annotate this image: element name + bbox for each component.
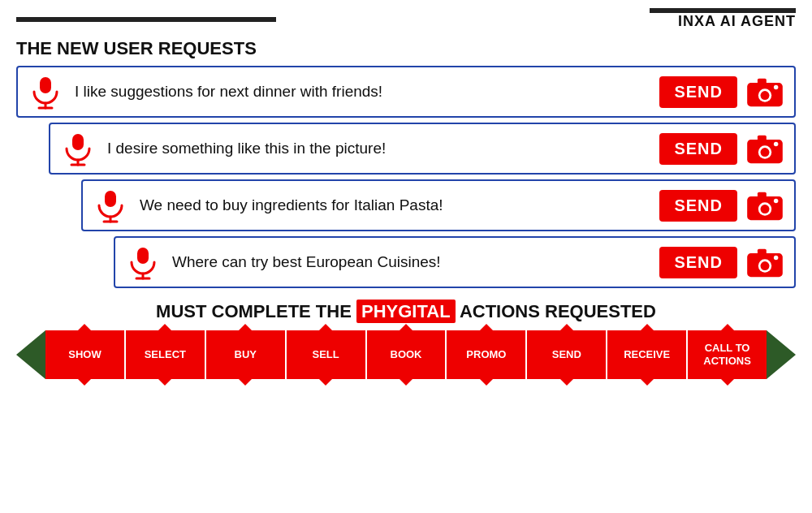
- action-item-label-1: SELECT: [145, 348, 186, 361]
- action-item-0: SHOW: [45, 330, 126, 379]
- agent-title: INXA AI AGENT: [678, 13, 796, 30]
- arrow-right-icon: [767, 330, 796, 379]
- mic-icon-1: [28, 74, 63, 110]
- request-row-wrapper-4: Where can try best European Cuisines! SE…: [0, 236, 812, 288]
- camera-icon-3: [745, 189, 784, 222]
- notch-bottom-2: [239, 379, 252, 386]
- bottom-section: MUST COMPLETE THE PHYGITAL ACTIONS REQUE…: [0, 301, 812, 379]
- phygital-suffix: ACTIONS REQUESTED: [460, 301, 656, 321]
- notch-bottom-5: [480, 379, 493, 386]
- action-item-6: SEND: [527, 330, 607, 379]
- svg-point-23: [774, 199, 778, 203]
- action-item-4: BOOK: [367, 330, 447, 379]
- request-row-4: Where can try best European Cuisines! SE…: [114, 236, 796, 288]
- action-item-2: BUY: [206, 330, 287, 379]
- notch-top-5: [480, 324, 493, 330]
- camera-icon-4: [745, 246, 784, 278]
- svg-rect-24: [137, 248, 149, 264]
- svg-point-5: [761, 91, 770, 100]
- svg-rect-14: [758, 136, 767, 141]
- request-row-3: We need to buy ingredients for Italian P…: [81, 179, 796, 231]
- action-item-label-8: CALL TO ACTIONS: [703, 342, 751, 367]
- svg-rect-22: [758, 192, 767, 198]
- notch-top-2: [239, 324, 252, 330]
- request-row-wrapper-3: We need to buy ingredients for Italian P…: [0, 179, 812, 231]
- mic-icon-4: [125, 244, 161, 280]
- notch-bottom-8: [721, 379, 734, 386]
- action-item-label-0: SHOW: [68, 348, 101, 361]
- svg-point-21: [761, 205, 770, 213]
- section-title: THE NEW USER REQUESTS: [0, 30, 812, 66]
- svg-point-7: [774, 85, 778, 89]
- action-item-7: RECEIVE: [607, 330, 688, 379]
- notch-bottom-7: [641, 379, 654, 386]
- top-bar: INXA AI AGENT: [0, 0, 812, 30]
- request-text-3: We need to buy ingredients for Italian P…: [140, 196, 646, 214]
- camera-icon-1: [745, 75, 784, 108]
- send-button-3[interactable]: SEND: [659, 190, 737, 222]
- notch-top-8: [721, 324, 734, 330]
- top-bar-line-left: [16, 17, 276, 22]
- svg-rect-8: [72, 134, 84, 150]
- send-button-2[interactable]: SEND: [659, 133, 737, 165]
- request-text-2: I desire something like this in the pict…: [107, 140, 646, 157]
- notch-top-3: [319, 324, 332, 330]
- action-item-label-3: SELL: [313, 348, 339, 361]
- notch-bottom-3: [319, 379, 332, 386]
- action-items: SHOWSELECTBUYSELLBOOKPROMOSENDRECEIVECAL…: [45, 330, 767, 379]
- send-button-1[interactable]: SEND: [659, 76, 737, 108]
- action-item-5: PROMO: [447, 330, 527, 379]
- actions-bar: SHOWSELECTBUYSELLBOOKPROMOSENDRECEIVECAL…: [0, 330, 812, 379]
- phygital-prefix: MUST COMPLETE THE: [156, 301, 352, 321]
- svg-rect-16: [105, 191, 116, 207]
- request-text-4: Where can try best European Cuisines!: [172, 253, 646, 271]
- phygital-highlight: PHYGITAL: [356, 300, 456, 323]
- notch-bottom-0: [78, 379, 91, 386]
- request-row-wrapper-2: I desire something like this in the pict…: [0, 123, 812, 175]
- svg-rect-0: [40, 77, 51, 93]
- top-right-area: INXA AI AGENT: [650, 8, 796, 30]
- request-text-1: I like suggestions for next dinner with …: [75, 83, 646, 101]
- notch-top-4: [400, 324, 412, 330]
- phygital-title: MUST COMPLETE THE PHYGITAL ACTIONS REQUE…: [0, 301, 812, 322]
- request-row-2: I desire something like this in the pict…: [49, 123, 796, 175]
- arrow-left-icon: [16, 330, 45, 379]
- camera-icon-2: [745, 132, 784, 165]
- notch-bottom-4: [400, 379, 412, 386]
- send-button-4[interactable]: SEND: [659, 247, 737, 278]
- action-item-label-7: RECEIVE: [624, 348, 670, 361]
- notch-bottom-1: [158, 379, 171, 386]
- mic-icon-2: [60, 131, 96, 166]
- action-item-3: SELL: [287, 330, 367, 379]
- notch-top-0: [78, 324, 91, 330]
- request-row-wrapper-1: I like suggestions for next dinner with …: [0, 66, 812, 118]
- mic-icon-3: [93, 188, 128, 223]
- svg-point-29: [761, 261, 770, 270]
- action-item-label-6: SEND: [552, 348, 581, 361]
- action-item-label-5: PROMO: [466, 348, 506, 361]
- action-item-1: SELECT: [126, 330, 206, 379]
- svg-point-13: [761, 148, 770, 157]
- notch-top-6: [560, 324, 573, 330]
- action-item-label-4: BOOK: [391, 348, 422, 361]
- request-row-1: I like suggestions for next dinner with …: [16, 66, 796, 118]
- svg-point-31: [774, 256, 778, 260]
- svg-point-15: [774, 142, 778, 146]
- notch-bottom-6: [560, 379, 573, 386]
- action-item-8: CALL TO ACTIONS: [688, 330, 767, 379]
- action-item-label-2: BUY: [235, 348, 257, 361]
- notch-top-1: [158, 324, 171, 330]
- notch-top-7: [641, 324, 654, 330]
- svg-rect-30: [758, 249, 767, 255]
- svg-rect-6: [758, 79, 767, 84]
